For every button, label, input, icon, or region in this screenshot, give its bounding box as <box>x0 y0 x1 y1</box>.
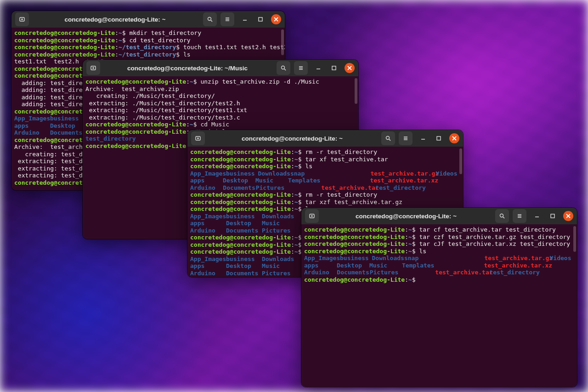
svg-line-40 <box>503 217 504 218</box>
close-icon[interactable] <box>271 14 281 24</box>
ls-row: appsDesktopMusicTemplatestest_archive.ta… <box>304 262 574 269</box>
terminal-prompt-line[interactable]: concretedog@concretedog-Lite:~$ ls <box>304 248 574 255</box>
terminal-prompt-line[interactable]: concretedog@concretedog-Lite:~/test_dire… <box>14 51 282 58</box>
maximize-icon[interactable] <box>434 133 444 143</box>
window-titlebar[interactable]: concretedog@concretedog-Lite: ~ <box>11 11 285 28</box>
terminal-prompt-line[interactable]: concretedog@concretedog-Lite:~$ ls <box>190 163 460 170</box>
svg-rect-33 <box>437 136 441 140</box>
terminal-prompt-line[interactable]: concretedog@concretedog-Lite:~$ tar czf … <box>304 233 574 241</box>
terminal-prompt-line[interactable]: concretedog@concretedog-Lite:~$ unzip te… <box>85 78 356 85</box>
search-icon[interactable] <box>277 61 290 75</box>
window-title: concretedog@concretedog-Lite: ~ <box>319 213 493 220</box>
minimize-icon[interactable] <box>313 63 323 73</box>
terminal-window[interactable]: concretedog@concretedog-Lite: ~ concrete… <box>301 208 577 387</box>
terminal-output-line: Archive: test_archive.zip <box>85 85 356 93</box>
ls-row: App_ImagesbusinessDownloadssnaptest_arch… <box>304 255 574 262</box>
window-title: concretedog@concretedog-Lite: ~ <box>29 16 201 23</box>
scrollbar-indicator[interactable] <box>459 148 462 174</box>
window-title: concretedog@concretedog-Lite: ~/Music <box>100 65 275 72</box>
search-icon[interactable] <box>495 209 509 223</box>
terminal-prompt-line[interactable]: concretedog@concretedog-Lite:~$ tar xf t… <box>190 156 460 163</box>
window-titlebar[interactable]: concretedog@concretedog-Lite: ~/Music <box>83 60 358 76</box>
close-icon[interactable] <box>345 63 355 73</box>
svg-line-4 <box>211 20 212 22</box>
svg-point-27 <box>386 136 390 140</box>
window-title: concretedog@concretedog-Lite: ~ <box>205 135 379 142</box>
search-icon[interactable] <box>203 12 217 26</box>
minimize-icon[interactable] <box>532 211 542 221</box>
window-titlebar[interactable]: concretedog@concretedog-Lite: ~ <box>301 208 577 224</box>
window-titlebar[interactable]: concretedog@concretedog-Lite: ~ <box>187 130 463 147</box>
close-icon[interactable] <box>449 133 459 143</box>
scrollbar-indicator[interactable] <box>281 29 284 55</box>
hamburger-icon[interactable] <box>399 131 413 145</box>
terminal-prompt-line[interactable]: concretedog@concretedog-Lite:~$ cd Music <box>85 121 356 128</box>
terminal-prompt-line[interactable]: concretedog@concretedog-Lite:~$ <box>304 276 574 284</box>
svg-point-15 <box>282 66 285 69</box>
close-icon[interactable] <box>563 211 573 221</box>
new-tab-icon[interactable] <box>305 209 319 223</box>
ls-row: appsDesktopMusicTemplatestest_archive.ta… <box>190 177 460 184</box>
terminal-prompt-line[interactable]: concretedog@concretedog-Lite:~$ cd test_… <box>14 37 282 44</box>
terminal-output-line: creating: ./Music/test_directory/ <box>85 92 356 100</box>
terminal-prompt-line[interactable]: concretedog@concretedog-Lite:~$ rm -r te… <box>190 148 460 156</box>
maximize-icon[interactable] <box>329 63 339 73</box>
terminal-output-line: extracting: ./Music/test_directory/test3… <box>85 114 356 121</box>
svg-line-16 <box>284 69 286 70</box>
terminal-prompt-line[interactable]: concretedog@concretedog-Lite:~$ rm -r te… <box>190 191 460 199</box>
svg-point-39 <box>500 214 503 217</box>
maximize-icon[interactable] <box>255 14 266 24</box>
terminal-prompt-line[interactable]: concretedog@concretedog-Lite:~/test_dire… <box>14 44 282 51</box>
ls-row: App_ImagesbusinessDownloadssnaptest_arch… <box>190 170 460 177</box>
terminal-prompt-line[interactable]: concretedog@concretedog-Lite:~$ tar cf t… <box>304 226 574 233</box>
terminal-output-line: extracting: ./Music/test_directory/test1… <box>85 107 356 114</box>
new-tab-icon[interactable] <box>15 12 29 26</box>
terminal-prompt-line[interactable]: concretedog@concretedog-Lite:~$ mkdir te… <box>14 29 282 37</box>
svg-rect-9 <box>259 17 262 21</box>
terminal-body[interactable]: concretedog@concretedog-Lite:~$ tar cf t… <box>301 224 577 387</box>
terminal-prompt-line[interactable]: concretedog@concretedog-Lite:~$ tar xzf … <box>190 199 460 206</box>
hamburger-icon[interactable] <box>294 61 308 75</box>
ls-row: ArduinoDocumentsPicturestest_archive.tar… <box>304 269 574 276</box>
new-tab-icon[interactable] <box>86 61 100 75</box>
terminal-prompt-line[interactable]: concretedog@concretedog-Lite:~$ tar cJf … <box>304 240 574 248</box>
ls-row: ArduinoDocumentsPicturestest_archive.tar… <box>190 184 460 192</box>
minimize-icon[interactable] <box>240 14 250 24</box>
svg-line-28 <box>389 139 390 141</box>
scrollbar-indicator[interactable] <box>573 226 576 252</box>
svg-rect-45 <box>551 214 554 218</box>
svg-rect-21 <box>332 66 336 70</box>
scrollbar-indicator[interactable] <box>355 78 357 104</box>
new-tab-icon[interactable] <box>191 131 205 145</box>
search-icon[interactable] <box>381 131 395 145</box>
terminal-output-line: extracting: ./Music/test_directory/test2… <box>85 100 356 107</box>
minimize-icon[interactable] <box>418 133 428 143</box>
svg-point-3 <box>208 17 211 21</box>
maximize-icon[interactable] <box>548 211 558 221</box>
hamburger-icon[interactable] <box>220 12 234 26</box>
hamburger-icon[interactable] <box>513 209 526 223</box>
